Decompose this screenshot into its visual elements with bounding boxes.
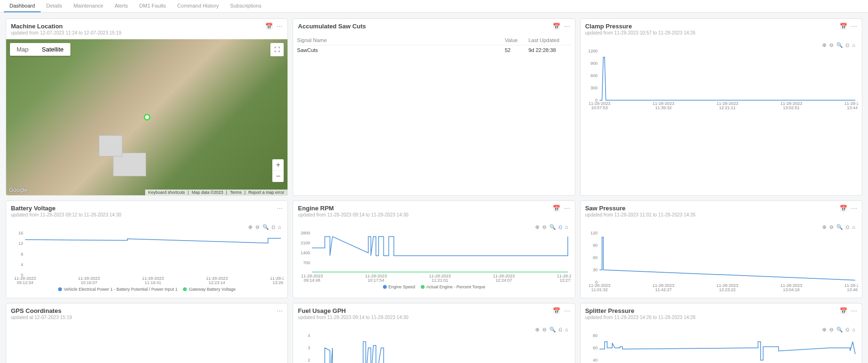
menu-icon[interactable]: ⋯ xyxy=(851,23,857,30)
menu-icon[interactable]: ⋯ xyxy=(277,307,283,314)
home-icon[interactable]: ⌂ xyxy=(565,224,568,230)
tab-command-history[interactable]: Command History xyxy=(172,0,225,12)
svg-text:13:04:18: 13:04:18 xyxy=(783,287,799,292)
legend-item[interactable]: Gateway Battery Voltage xyxy=(183,287,235,292)
print-icon[interactable]: ⎙ xyxy=(846,224,849,230)
panel-subtitle: updated from 12-07-2023 11:24 to 12-07-2… xyxy=(11,30,122,35)
zoom-icon[interactable]: 🔍 xyxy=(836,42,843,48)
chart[interactable]: 048121611-28-202309:12:3411-28-202310:16… xyxy=(10,231,284,285)
panel-subtitle: updated from 11-28-2023 09:12 to 11-28-2… xyxy=(11,212,122,217)
zoom-out-icon[interactable]: ⊖ xyxy=(829,327,833,333)
tab-dashboard[interactable]: Dashboard xyxy=(4,0,41,12)
svg-text:12:21:11: 12:21:11 xyxy=(719,105,736,110)
calendar-icon[interactable]: 📅 xyxy=(840,307,847,314)
calendar-icon[interactable]: 📅 xyxy=(840,23,847,30)
map-type-satellite[interactable]: Satellite xyxy=(35,43,70,56)
map-attr-link[interactable]: Report a map error xyxy=(248,190,284,195)
panel-fuel-usage: Fuel Usage GPH updated from 11-28-2023 0… xyxy=(293,303,575,363)
menu-icon[interactable]: ⋯ xyxy=(564,307,570,314)
chart[interactable]: 030609012011-28-202311:01:3211-28-202311… xyxy=(584,231,858,293)
home-icon[interactable]: ⌂ xyxy=(565,327,568,333)
legend-item[interactable]: Vehicle Electrical Power 1 - Battery Pot… xyxy=(58,287,178,292)
map-type-map[interactable]: Map xyxy=(10,43,35,56)
svg-text:12:24:07: 12:24:07 xyxy=(496,278,512,283)
chart[interactable]: 70014002100280011-28-202309:14:4811-28-2… xyxy=(297,231,571,283)
zoom-in-icon[interactable]: ⊕ xyxy=(248,224,252,230)
svg-text:60: 60 xyxy=(593,255,598,260)
zoom-in-icon[interactable]: ⊕ xyxy=(822,42,826,48)
tab-subscriptions[interactable]: Subscriptions xyxy=(225,0,267,12)
zoom-icon[interactable]: 🔍 xyxy=(262,224,269,230)
calendar-icon[interactable]: 📅 xyxy=(553,23,560,30)
svg-text:12: 12 xyxy=(18,241,23,246)
chart[interactable]: 02040608011-28-202314:26:1311-28-202314:… xyxy=(584,334,858,363)
home-icon[interactable]: ⌂ xyxy=(852,224,855,230)
menu-icon[interactable]: ⋯ xyxy=(851,205,857,212)
zoom-out-button[interactable]: − xyxy=(272,171,284,182)
fullscreen-icon[interactable]: ⛶ xyxy=(270,43,284,56)
svg-text:60: 60 xyxy=(593,346,598,350)
chart[interactable]: 0123411-28-202309:14:5011-28-202310:17:1… xyxy=(297,334,571,363)
legend: Vehicle Electrical Power 1 - Battery Pot… xyxy=(10,287,284,292)
print-icon[interactable]: ⎙ xyxy=(846,42,849,48)
map-marker[interactable] xyxy=(144,114,150,121)
svg-text:13:46:14: 13:46:14 xyxy=(847,287,858,292)
chart-toolbar: ⊕ ⊖ 🔍 ⎙ ⌂ xyxy=(584,41,858,49)
zoom-icon[interactable]: 🔍 xyxy=(549,224,556,230)
home-icon[interactable]: ⌂ xyxy=(852,42,855,48)
tab-alerts[interactable]: Alerts xyxy=(109,0,133,12)
chart[interactable]: 0300600900120011-28-202310:57:5311-28-20… xyxy=(584,49,858,111)
zoom-in-button[interactable]: + xyxy=(272,159,284,171)
calendar-icon[interactable]: 📅 xyxy=(265,23,273,30)
legend-item[interactable]: Actual Engine - Percent Torque xyxy=(421,285,485,289)
map[interactable]: MapSatellite ⛶ + − Google Keyboard short… xyxy=(6,39,287,195)
menu-icon[interactable]: ⋯ xyxy=(564,205,570,212)
svg-text:13:44:30: 13:44:30 xyxy=(847,105,858,110)
tab-maintenance[interactable]: Maintenance xyxy=(68,0,109,12)
legend-item[interactable]: Engine Speed xyxy=(383,285,416,289)
panel-subtitle: updated from 11-28-2023 09:14 to 11-28-2… xyxy=(298,315,408,320)
map-attr-link[interactable]: Keyboard shortcuts xyxy=(148,190,185,195)
map-zoom: + − xyxy=(272,159,284,182)
zoom-out-icon[interactable]: ⊖ xyxy=(542,224,547,230)
svg-text:11:21:01: 11:21:01 xyxy=(432,278,448,283)
zoom-out-icon[interactable]: ⊖ xyxy=(829,224,833,230)
svg-text:1400: 1400 xyxy=(301,251,310,255)
zoom-icon[interactable]: 🔍 xyxy=(836,224,843,230)
zoom-out-icon[interactable]: ⊖ xyxy=(255,224,260,230)
zoom-icon[interactable]: 🔍 xyxy=(836,327,843,333)
zoom-out-icon[interactable]: ⊖ xyxy=(542,327,547,333)
print-icon[interactable]: ⎙ xyxy=(559,327,562,333)
home-icon[interactable]: ⌂ xyxy=(852,327,855,333)
print-icon[interactable]: ⎙ xyxy=(846,327,849,333)
svg-text:30: 30 xyxy=(593,268,598,272)
calendar-icon[interactable]: 📅 xyxy=(840,205,847,212)
panel-title: Fuel Usage GPH xyxy=(298,307,408,314)
menu-icon[interactable]: ⋯ xyxy=(564,23,570,30)
panel-subtitle: updated from 11-28-2023 09:14 to 11-28-2… xyxy=(298,212,408,217)
svg-text:90: 90 xyxy=(593,243,598,248)
zoom-in-icon[interactable]: ⊕ xyxy=(822,327,826,333)
print-icon[interactable]: ⎙ xyxy=(272,224,275,230)
map-attr-link[interactable]: Map data ©2023 xyxy=(191,190,223,195)
zoom-in-icon[interactable]: ⊕ xyxy=(535,224,539,230)
panel-subtitle: updated from 11-28-2023 10:57 to 11-28-2… xyxy=(585,30,696,35)
svg-text:300: 300 xyxy=(590,86,598,90)
panel-title: Engine RPM xyxy=(298,205,408,212)
tab-details[interactable]: Details xyxy=(41,0,68,12)
zoom-icon[interactable]: 🔍 xyxy=(549,327,556,333)
calendar-icon[interactable]: 📅 xyxy=(553,307,560,314)
zoom-out-icon[interactable]: ⊖ xyxy=(829,42,833,48)
panel-engine-rpm: Engine RPM updated from 11-28-2023 09:14… xyxy=(293,200,575,298)
menu-icon[interactable]: ⋯ xyxy=(851,307,857,314)
home-icon[interactable]: ⌂ xyxy=(278,224,281,230)
menu-icon[interactable]: ⋯ xyxy=(277,205,283,212)
menu-icon[interactable]: ⋯ xyxy=(277,23,283,30)
print-icon[interactable]: ⎙ xyxy=(559,224,562,230)
tab-dm1-faults[interactable]: DM1 Faults xyxy=(134,0,172,12)
zoom-in-icon[interactable]: ⊕ xyxy=(535,327,539,333)
panel-subtitle: updated from 11-28-2023 14:26 to 11-28-2… xyxy=(585,315,696,320)
map-attr-link[interactable]: Terms xyxy=(230,190,242,195)
calendar-icon[interactable]: 📅 xyxy=(553,205,560,212)
zoom-in-icon[interactable]: ⊕ xyxy=(822,224,826,230)
